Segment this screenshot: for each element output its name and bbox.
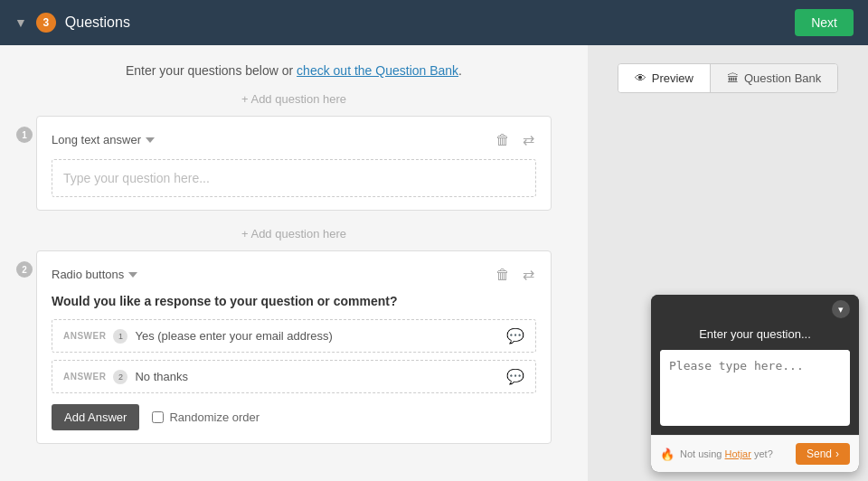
send-button[interactable]: Send › — [796, 443, 850, 465]
chat-textarea-wrapper — [660, 350, 850, 426]
card-footer-2: Add Answer Randomize order — [52, 404, 536, 430]
question-card-2-header: Radio buttons 🗑 ⇄ — [52, 264, 536, 285]
question-bank-button[interactable]: 🏛 Question Bank — [711, 64, 837, 92]
intro-text: Enter your questions below or check out … — [36, 63, 552, 78]
question-text-2: Would you like a response to your questi… — [52, 294, 536, 308]
header-left: ▼ 3 Questions — [14, 13, 130, 33]
chat-widget-header: ▾ — [651, 295, 859, 324]
card-actions-2: 🗑 ⇄ — [494, 264, 536, 285]
send-label: Send — [807, 448, 832, 460]
randomize-label[interactable]: Randomize order — [152, 410, 259, 424]
chat-footer-text: Not using Hotjar yet? — [680, 448, 773, 459]
collapse-toggle[interactable]: ▼ — [14, 15, 27, 30]
delete-button-1[interactable]: 🗑 — [494, 129, 512, 150]
answer-chat-icon-1[interactable]: 💬 — [506, 327, 524, 344]
main-layout: Enter your questions below or check out … — [0, 45, 868, 481]
next-button[interactable]: Next — [795, 9, 854, 36]
answer-text-2: No thanks — [135, 370, 188, 383]
question-card-1: Long text answer 🗑 ⇄ Type your question … — [36, 116, 552, 211]
preview-icon: 👁 — [635, 71, 646, 85]
question-bank-link[interactable]: check out the Question Bank — [297, 63, 458, 78]
chat-collapse-button[interactable]: ▾ — [832, 300, 850, 318]
question-card-2: Radio buttons 🗑 ⇄ Would you like a respo… — [36, 250, 552, 444]
transfer-button-1[interactable]: ⇄ — [521, 129, 536, 150]
left-panel: Enter your questions below or check out … — [0, 45, 588, 481]
chat-widget: ▾ Enter your question... 🔥 Not using Hot… — [651, 295, 859, 472]
randomize-checkbox[interactable] — [152, 411, 164, 423]
question-block-1: 1 Long text answer 🗑 ⇄ Type your questio… — [36, 116, 552, 211]
question-card-1-header: Long text answer 🗑 ⇄ — [52, 129, 536, 150]
add-question-top: + Add question here — [36, 90, 552, 107]
answer-label-tag-1: ANSWER — [63, 331, 106, 341]
chat-textarea[interactable] — [660, 350, 850, 422]
answer-number-1: 1 — [113, 329, 127, 344]
right-panel: 👁 Preview 🏛 Question Bank ▾ Enter your q… — [588, 45, 868, 481]
answer-row-1: ANSWER 1 Yes (please enter your email ad… — [52, 319, 536, 353]
answer-text-1: Yes (please enter your email address) — [135, 329, 332, 343]
add-question-link-middle[interactable]: + Add question here — [241, 227, 346, 240]
randomize-text: Randomize order — [169, 410, 259, 424]
preview-label: Preview — [652, 71, 693, 85]
hotjar-link[interactable]: Hotjar — [725, 448, 751, 459]
page-title: Questions — [65, 14, 130, 31]
question-placeholder-1[interactable]: Type your question here... — [52, 159, 536, 197]
arrow-icon: › — [835, 448, 839, 460]
add-question-link-top[interactable]: + Add question here — [241, 92, 346, 106]
step-badge: 3 — [36, 13, 56, 33]
preview-button[interactable]: 👁 Preview — [618, 64, 711, 92]
question-type-select-1[interactable]: Long text answer — [52, 133, 156, 146]
chat-footer: 🔥 Not using Hotjar yet? Send › — [651, 435, 859, 472]
answer-label-tag-2: ANSWER — [63, 372, 106, 382]
question-type-select-2[interactable]: Radio buttons — [52, 268, 139, 281]
add-question-middle: + Add question here — [36, 225, 552, 241]
answer-chat-icon-2[interactable]: 💬 — [506, 368, 524, 385]
chat-title: Enter your question... — [651, 324, 859, 350]
header: ▼ 3 Questions Next — [0, 0, 868, 45]
answer-row-2: ANSWER 2 No thanks 💬 — [52, 360, 536, 393]
flame-icon: 🔥 — [660, 448, 675, 461]
question-bank-icon: 🏛 — [727, 71, 739, 85]
answer-number-2: 2 — [113, 370, 127, 384]
question-number-2: 2 — [16, 261, 33, 278]
panel-buttons: 👁 Preview 🏛 Question Bank — [618, 63, 839, 93]
question-number-1: 1 — [16, 127, 33, 143]
question-bank-label: Question Bank — [744, 71, 821, 85]
transfer-button-2[interactable]: ⇄ — [521, 264, 536, 285]
question-block-2: 2 Radio buttons 🗑 ⇄ Would you like a res… — [36, 250, 552, 444]
delete-button-2[interactable]: 🗑 — [494, 264, 512, 285]
add-answer-button[interactable]: Add Answer — [52, 404, 139, 430]
card-actions-1: 🗑 ⇄ — [494, 129, 536, 150]
